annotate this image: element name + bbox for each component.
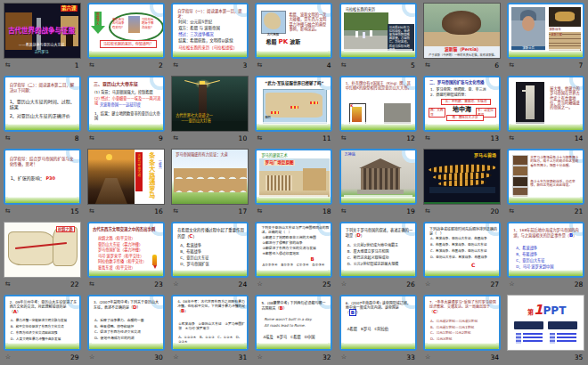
transition-icon[interactable]: ⇆ bbox=[341, 208, 347, 215]
image-caption-right: 波斯战车 bbox=[549, 28, 561, 31]
slide-13-thumbnail[interactable]: 二、罗马帝国的扩张与文化传播 1、罗马帝国：地跨欧、亚、非三洲 2、鼎盛时期疆域… bbox=[423, 76, 501, 132]
animation-star-icon[interactable]: ☆ bbox=[341, 281, 347, 288]
animation-star-icon[interactable]: ☆ bbox=[173, 281, 178, 288]
slide-16-thumbnail[interactable]: 古罗马军用大道 条条大路通罗马 （谚语） bbox=[87, 149, 165, 205]
slide-cell: 在希腊文化的传播过程中起了重要作用的是（C） A、希波战争 B、布匿战争 C、亚… bbox=[168, 219, 252, 292]
slide-24-thumbnail[interactable]: 在希腊文化的传播过程中起了重要作用的是（C） A、希波战争 B、布匿战争 C、亚… bbox=[171, 222, 249, 278]
slide-15-thumbnail[interactable]: 自学指导：结合罗马帝国的扩张与文化传播，思考！ 1、扩张的影响： P30 bbox=[4, 149, 81, 205]
slide-number: 17 bbox=[239, 207, 248, 215]
slide-31-thumbnail[interactable]: 4、08年中考：古代世界东西方之间既有暴力冲撞，也有和平交往，下列属于暴力冲撞的… bbox=[171, 295, 249, 351]
transition-icon[interactable]: ⇆ bbox=[257, 208, 262, 215]
slide-number: 12 bbox=[406, 134, 415, 142]
slide-number: 6 bbox=[494, 61, 499, 69]
transition-icon[interactable]: ⇆ bbox=[173, 135, 178, 142]
animation-star-icon[interactable]: ☆ bbox=[89, 354, 94, 361]
slide-19-thumbnail[interactable]: 万神庙 bbox=[339, 149, 417, 205]
transition-icon[interactable]: ⇆ bbox=[89, 62, 94, 69]
slide-7-thumbnail[interactable]: 波斯士兵 波斯战车 波斯文献 bbox=[507, 3, 584, 59]
slide-cell: 自学指导：结合罗马帝国的扩张与文化传播，思考！ 1、扩张的影响： P30 ⇆15 bbox=[0, 146, 84, 219]
slide-35-thumbnail[interactable]: 第1PPT bbox=[507, 295, 584, 351]
transition-icon[interactable]: ⇆ bbox=[509, 62, 514, 69]
slide-10-thumbnail[interactable]: 古代世界七大奇迹之一 ——亚历山大灯塔 bbox=[171, 76, 249, 132]
animation-star-icon[interactable]: ☆ bbox=[5, 354, 11, 361]
slide-21-thumbnail[interactable]: 古罗马斗兽场是角斗士与猛兽搏斗的地方，成千上万的观众在这里观看生死搏斗，场面十分… bbox=[507, 149, 584, 205]
slide-14-thumbnail[interactable]: 屋大维，他建立的罗马帝国在世界古代史上有重要地位，是当时最强盛的帝国之一。 bbox=[507, 76, 584, 132]
question-close: ） bbox=[136, 305, 140, 310]
animation-star-icon[interactable]: ☆ bbox=[425, 354, 430, 361]
transition-icon[interactable]: ⇆ bbox=[173, 208, 178, 215]
photo-thumb bbox=[512, 166, 528, 176]
transition-icon[interactable]: ⇆ bbox=[5, 281, 11, 288]
slide-20-thumbnail[interactable]: 罗马斗兽场 bbox=[423, 149, 501, 205]
animation-star-icon[interactable]: ☆ bbox=[425, 281, 430, 288]
animation-star-icon[interactable]: ☆ bbox=[509, 281, 514, 288]
slide-strip: ☆33 bbox=[339, 351, 417, 364]
transition-icon[interactable]: ⇆ bbox=[89, 208, 94, 215]
slide-12-thumbnail[interactable]: 1、扑克牌中有4张国王（King）牌，其中红桃K的原型相传就是亚历山大大帝。 K bbox=[339, 76, 417, 132]
caption-text: 公元前490年马拉松战役，菲迪皮茨带伤跑回雅典报捷，力竭而亡。为纪念他，后设马拉… bbox=[389, 26, 412, 52]
marathon-photo bbox=[344, 12, 388, 53]
slide-18-thumbnail[interactable]: 罗马的建筑艺术 罗马广场复原图 bbox=[255, 149, 332, 205]
slide-28-thumbnail[interactable]: 1、168年前后地中海成为罗马帝国的内湖，与之直接相关的历史事件是（B） A、希… bbox=[507, 222, 584, 278]
slide-27-thumbnail[interactable]: 下列战争或征服按时间先后顺序排列正确的是（ ） A、希波战争、亚历山大东征、布匿… bbox=[423, 222, 501, 278]
slide-number: 27 bbox=[490, 280, 499, 288]
transition-icon[interactable]: ⇆ bbox=[509, 135, 514, 142]
grass-decoration bbox=[425, 124, 499, 130]
slide-11-thumbnail[interactable]: “武力·军队征服世界已经够了吗” 图例 bbox=[255, 76, 332, 132]
slide-26-thumbnail[interactable]: 下列关于罗马帝国的叙述，表述正确的一项是（D） A、公元前2世纪成为地中海霸主 … bbox=[339, 222, 417, 278]
transition-icon[interactable]: ⇆ bbox=[425, 208, 430, 215]
columns-graphic bbox=[361, 168, 400, 190]
transition-icon[interactable]: ⇆ bbox=[5, 62, 11, 69]
transition-icon[interactable]: ⇆ bbox=[341, 62, 347, 69]
transition-icon[interactable]: ⇆ bbox=[425, 135, 430, 142]
slide-strip: ☆27 bbox=[423, 278, 501, 291]
slide-17-thumbnail[interactable]: 罗马帝国强盛的有力见证：大道 bbox=[171, 149, 249, 205]
slide-strip: ⇆1 bbox=[4, 59, 81, 72]
transition-icon[interactable]: ⇆ bbox=[341, 135, 347, 142]
transition-icon[interactable]: ⇆ bbox=[173, 62, 178, 69]
section-title: 三、亚历山大大帝东征 bbox=[94, 81, 138, 86]
slide-3-thumbnail[interactable]: 自学指导（一）：阅读课本第一目，思考： 时间：公元前5世纪 双方：希腊 与 波斯… bbox=[171, 3, 249, 59]
slide-33-thumbnail[interactable]: 6、(2007年南昌中考) 该帝国疆域辽阔，地中海一度成为其内湖。该帝国是（B）… bbox=[339, 295, 417, 351]
slide-30-thumbnail[interactable]: 3、(2007年益阳中考) 下列关于亚历山大东征，表述不正确的是（D） A、反映… bbox=[87, 295, 165, 351]
slide-strip: ⇆14 bbox=[507, 132, 584, 145]
animation-star-icon[interactable]: ☆ bbox=[257, 281, 262, 288]
slide-1-thumbnail[interactable]: 第六课 古代世界的战争与征服 ——希波战争与亚历山大东征 古代罗马 bbox=[4, 3, 81, 59]
slide-34-thumbnail[interactable]: 7、“条条大路通罗马”反映了当时罗马帝国经济繁荣、交通发达。这一局面出现于（C）… bbox=[423, 295, 501, 351]
banner-bar bbox=[548, 321, 577, 329]
slide-8-thumbnail[interactable]: 自学指导（二）：阅读课本第二目，解决以下问题： 1、亚历山大东征的时间、过程、结… bbox=[4, 76, 81, 132]
animation-star-icon[interactable]: ☆ bbox=[173, 354, 178, 361]
slide-title: 古代世界的战争与征服 bbox=[6, 27, 78, 35]
slide-2-thumbnail[interactable]: 情景导入 奥运会与古代战争有关吗？ 马拉松长跑源于哪次战役？ 马拉松长跑的来历，… bbox=[87, 3, 165, 59]
photo-title: 罗马帝国强盛的有力见证：大道 bbox=[176, 152, 245, 157]
transition-icon[interactable]: ⇆ bbox=[89, 281, 94, 288]
transition-icon[interactable]: ⇆ bbox=[425, 62, 430, 69]
slide-cell: 三、亚历山大大帝东征 (1) 背景：马其顿国强大，控制希腊 (2) 经过：小亚细… bbox=[84, 73, 167, 146]
photo-thumb bbox=[512, 155, 528, 166]
animation-star-icon[interactable]: ☆ bbox=[257, 354, 262, 361]
transition-icon[interactable]: ⇆ bbox=[5, 208, 11, 215]
slide-22-thumbnail[interactable]: 丝绸之路 bbox=[4, 222, 81, 278]
transition-icon[interactable]: ⇆ bbox=[509, 208, 514, 215]
slide-25-thumbnail[interactable]: 下列关于亚历山大东征与罗马帝国相同点的叙述，正确的是（ ） ①都建立了地跨欧亚非… bbox=[255, 222, 332, 278]
slide-cell: 屋大维，他建立的罗马帝国在世界古代史上有重要地位，是当时最强盛的帝国之一。 ⇆1… bbox=[504, 73, 588, 146]
grass-decoration bbox=[425, 270, 499, 276]
slide-number: 21 bbox=[575, 207, 584, 215]
slide-29-thumbnail[interactable]: 2、09年兰州中考：亚历山大东征促进了东西方文化的交流，对此理解错误的是（A） … bbox=[4, 295, 81, 351]
slide-9-thumbnail[interactable]: 三、亚历山大大帝东征 (1) 背景：马其顿国强大，控制希腊 (2) 经过：小亚细… bbox=[87, 76, 165, 132]
transition-icon[interactable]: ⇆ bbox=[257, 62, 262, 69]
photo-thumb bbox=[128, 16, 140, 33]
animation-star-icon[interactable]: ☆ bbox=[341, 354, 347, 361]
slide-4-thumbnail[interactable]: 古代希腊 希腊、波斯文明的一次大碰撞，是东西方文明暴力冲撞与融合的典型事例，影响… bbox=[255, 3, 332, 59]
slide-number: 30 bbox=[154, 353, 163, 361]
slide-6-thumbnail[interactable]: 波斯猫（Persia） 产于波斯（今伊朗）一带的名贵长毛猫，故称波斯猫。 bbox=[423, 3, 501, 59]
grass-decoration bbox=[341, 124, 415, 130]
versus-left: 希腊 bbox=[265, 38, 276, 45]
transition-icon[interactable]: ⇆ bbox=[5, 135, 11, 142]
slide-5-thumbnail[interactable]: 马拉松长跑的来历 公元前490年马拉松战役，菲迪皮茨带伤跑回雅典报捷，力竭而亡。… bbox=[339, 3, 417, 59]
transition-icon[interactable]: ⇆ bbox=[89, 135, 94, 142]
slide-32-thumbnail[interactable]: 5、(08襄樊中考) 下列两句谚语都与哪一古国相关（B） Rome wasn't… bbox=[255, 295, 332, 351]
slide-23-thumbnail[interactable]: 古代东西方文明交流之中的杰出事例 丝绸之路（和平交往） 亚历山大东征（暴力冲撞）… bbox=[87, 222, 165, 278]
slide-number: 15 bbox=[70, 207, 79, 215]
transition-icon[interactable]: ⇆ bbox=[257, 135, 262, 142]
